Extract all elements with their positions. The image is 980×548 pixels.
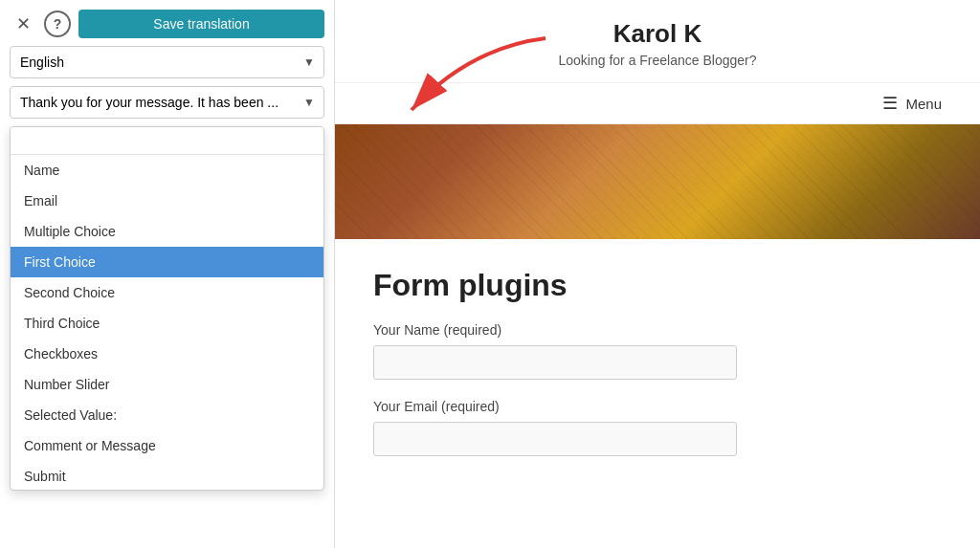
your-name-label: Your Name (required) (373, 322, 942, 338)
dropdown-search-input[interactable] (11, 127, 323, 155)
save-translation-button[interactable]: Save translation (78, 10, 324, 38)
hero-image (335, 124, 980, 239)
site-nav: ☰ Menu (335, 83, 980, 124)
dropdown-item-number-slider[interactable]: Number Slider (11, 369, 323, 400)
dropdown-item-submit[interactable]: Submit (11, 461, 323, 490)
language-select-wrapper: English French German Spanish ▼ (10, 46, 324, 78)
dropdown-container: Name Email Multiple Choice First Choice … (10, 126, 324, 491)
dropdown-item-second-choice[interactable]: Second Choice (11, 277, 323, 308)
dropdown-list: Name Email Multiple Choice First Choice … (11, 155, 323, 490)
dropdown-item-email[interactable]: Email (11, 186, 323, 216)
content-area: Form plugins Your Name (required) Your E… (335, 239, 980, 504)
site-header: Karol K Looking for a Freelance Blogger? (335, 0, 980, 83)
question-icon: ? (54, 16, 62, 32)
dropdown-item-name[interactable]: Name (11, 155, 323, 186)
right-panel: Karol K Looking for a Freelance Blogger?… (335, 0, 980, 548)
site-tagline: Looking for a Freelance Blogger? (373, 53, 942, 68)
close-icon: ✕ (16, 13, 31, 34)
dropdown-item-first-choice[interactable]: First Choice (11, 247, 323, 277)
top-bar: ✕ ? Save translation (10, 10, 324, 38)
your-email-input[interactable] (373, 422, 737, 456)
site-title: Karol K (373, 19, 942, 49)
dropdown-item-comment-or-message[interactable]: Comment or Message (11, 430, 323, 461)
left-panel: ✕ ? Save translation English French Germ… (0, 0, 335, 548)
string-select[interactable]: Thank you for your message. It has been … (10, 86, 324, 119)
form-title: Form plugins (373, 268, 942, 303)
hamburger-icon: ☰ (882, 93, 898, 114)
your-email-label: Your Email (required) (373, 399, 942, 414)
language-select[interactable]: English French German Spanish (10, 46, 324, 78)
string-select-wrapper: Thank you for your message. It has been … (10, 86, 324, 119)
dropdown-item-checkboxes[interactable]: Checkboxes (11, 339, 323, 369)
your-name-input[interactable] (373, 345, 737, 380)
close-button[interactable]: ✕ (10, 11, 36, 37)
dropdown-item-multiple-choice[interactable]: Multiple Choice (11, 216, 323, 247)
dropdown-item-selected-value[interactable]: Selected Value: (11, 400, 323, 430)
menu-label[interactable]: Menu (905, 96, 942, 112)
help-button[interactable]: ? (44, 11, 71, 37)
dropdown-item-third-choice[interactable]: Third Choice (11, 308, 323, 339)
